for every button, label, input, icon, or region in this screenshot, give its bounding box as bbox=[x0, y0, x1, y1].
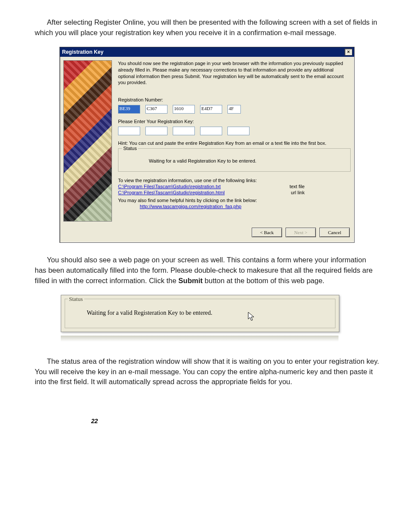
status-message: Waiting for a valid Registeration Key to… bbox=[123, 158, 346, 163]
dialog-title: Registration Key bbox=[62, 49, 103, 55]
submit-word: Submit bbox=[178, 277, 203, 284]
status-area-figure: Status Waiting for a valid Registeration… bbox=[61, 295, 339, 332]
key-field-2[interactable] bbox=[145, 127, 168, 135]
status-figure-legend: Status bbox=[68, 296, 84, 303]
reg-field-4[interactable]: E4D7 bbox=[200, 105, 222, 114]
status-figure-text: Waiting for a valid Registeration Key to… bbox=[69, 310, 331, 317]
para3-text: The status area of the registration wind… bbox=[35, 357, 379, 386]
intro-paragraph: After selecting Register Online, you wil… bbox=[35, 17, 379, 38]
cancel-button[interactable]: Cancel bbox=[319, 228, 350, 237]
reg-field-5[interactable]: 4F bbox=[227, 105, 241, 114]
registration-dialog-figure: Registration Key × You should now see th… bbox=[59, 47, 355, 243]
help-label: You may also find some helpful hints by … bbox=[118, 198, 351, 203]
registration-dialog: Registration Key × You should now see th… bbox=[59, 47, 355, 243]
mouse-cursor-icon bbox=[247, 311, 256, 324]
view-links-label: To view the registration information, us… bbox=[118, 178, 351, 183]
reg-html-link[interactable]: C:\Program Files\Tascam\Gstudio\registra… bbox=[118, 190, 225, 195]
dialog-intro-text: You should now see the registration page… bbox=[118, 60, 351, 86]
dialog-footer: < Back Next > Cancel bbox=[60, 225, 354, 242]
registration-number-fields: BE39 C367 1610 E4D7 4F bbox=[118, 105, 351, 114]
para2-b: button at the bottom of this web page. bbox=[203, 277, 325, 284]
enter-key-label: Please Enter Your Registration Key: bbox=[118, 119, 351, 124]
reg-html-kind: url link bbox=[291, 190, 305, 195]
next-button[interactable]: Next > bbox=[286, 228, 316, 237]
wizard-sidebar-image bbox=[63, 60, 112, 222]
close-icon[interactable]: × bbox=[345, 49, 352, 55]
back-button[interactable]: < Back bbox=[252, 228, 282, 237]
registration-number-label: Registration Number: bbox=[118, 97, 351, 102]
reg-txt-kind: text file bbox=[289, 184, 305, 189]
reg-field-3[interactable]: 1610 bbox=[173, 105, 195, 114]
submit-paragraph: You should also see a web page on your s… bbox=[35, 255, 379, 286]
page-number: 22 bbox=[91, 418, 379, 424]
status-legend: Status bbox=[122, 146, 138, 151]
key-field-3[interactable] bbox=[173, 127, 195, 135]
reg-field-1[interactable]: BE39 bbox=[118, 105, 140, 114]
intro-text: After selecting Register Online, you wil… bbox=[35, 18, 377, 36]
figure-shadow bbox=[61, 336, 338, 342]
key-field-5[interactable] bbox=[227, 127, 250, 135]
reg-txt-link[interactable]: C:\Program Files\Tascam\Gstudio\registra… bbox=[118, 184, 221, 189]
status-paragraph: The status area of the registration wind… bbox=[35, 356, 379, 388]
reg-field-2[interactable]: C367 bbox=[145, 105, 168, 114]
key-field-4[interactable] bbox=[200, 127, 222, 135]
key-field-1[interactable] bbox=[118, 127, 140, 135]
dialog-titlebar: Registration Key × bbox=[60, 47, 354, 57]
hint-text: Hint: You can cut and paste the entire R… bbox=[118, 140, 351, 146]
registration-key-fields bbox=[118, 127, 351, 135]
faq-link[interactable]: http://www.tascamgiga.com/registration_f… bbox=[140, 204, 241, 209]
status-groupbox: Status Waiting for a valid Registeration… bbox=[118, 148, 351, 172]
